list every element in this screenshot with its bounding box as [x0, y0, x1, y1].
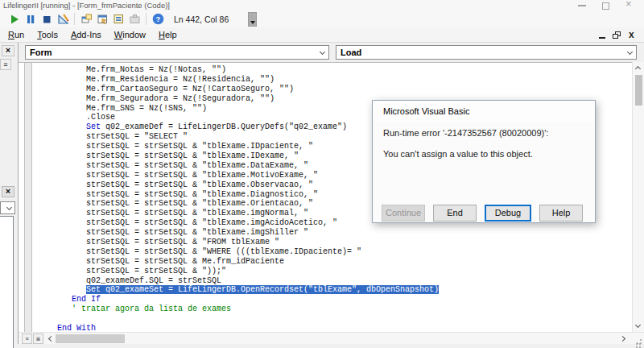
margin-indicator-bar: [24, 63, 32, 332]
close-icon: ×: [625, 0, 632, 10]
error-code-text: Run-time error '-2147352567 (80020009)':: [383, 128, 584, 138]
code-line: strSetSQL = strSetSQL & "tblExame.imgShi…: [38, 228, 631, 238]
chevron-down-icon: [6, 205, 12, 210]
toolbar-separator: [146, 13, 147, 25]
code-line: [38, 314, 631, 324]
help-button[interactable]: Help: [539, 205, 583, 222]
dialog-buttons: ContinueEndDebugHelp: [373, 205, 595, 222]
code-line: strSetSQL = strSetSQL & Me.frm_idPacient…: [38, 257, 631, 267]
scroll-up-icon[interactable]: [635, 66, 641, 72]
scroll-left-icon[interactable]: [48, 336, 54, 342]
vertical-scroll-thumb[interactable]: [635, 75, 642, 106]
svg-text:?: ?: [155, 14, 160, 23]
end-button[interactable]: End: [433, 205, 477, 222]
code-line: Me.frm_Notas = Nz(!Notas, ""): [38, 65, 631, 75]
continue-button: Continue: [382, 205, 425, 222]
horizontal-scrollbar[interactable]: ≡ ≣: [19, 332, 644, 344]
code-line-highlighted: Set q02_exameSet = LifeLingerDB.OpenReco…: [38, 285, 631, 295]
run-icon[interactable]: [6, 12, 23, 26]
window-title: LifelingerII [running] - [Form_frmPacien…: [3, 1, 170, 10]
maximize-button[interactable]: [596, 0, 617, 10]
resize-grip: [640, 339, 642, 341]
chevron-down-icon: [320, 49, 325, 55]
debug-button[interactable]: Debug: [485, 205, 531, 222]
mdi-close-icon: x: [629, 29, 634, 40]
toolbox-icon[interactable]: [126, 12, 142, 26]
horizontal-scroll-thumb[interactable]: [56, 334, 125, 343]
object-browser-icon[interactable]: [110, 12, 126, 26]
mdi-minimize-button[interactable]: [596, 30, 610, 41]
project-panel-split-button[interactable]: ≡: [0, 59, 11, 70]
dialog-title: Microsoft Visual Basic: [373, 101, 595, 122]
minimize-button[interactable]: [572, 0, 592, 10]
debug-toolbar: ? Ln 442, Col 86: [0, 10, 644, 27]
close-button[interactable]: ×: [620, 0, 641, 10]
design-mode-icon[interactable]: [55, 12, 71, 26]
procedure-dropdown-value: Load: [341, 48, 361, 57]
full-module-view-button[interactable]: ≣: [33, 334, 43, 344]
properties-object-dropdown[interactable]: [0, 201, 15, 214]
menu-add-ins[interactable]: Add-Ins: [64, 27, 108, 42]
menubar: RunToolsAdd-InsWindowHelp x: [0, 27, 644, 43]
mdi-restore-button[interactable]: [610, 30, 625, 41]
vertical-scrollbar[interactable]: [632, 62, 644, 332]
properties-panel-sliver: [0, 216, 14, 348]
code-line: strSetSQL = strSetSQL & "));": [38, 267, 631, 276]
chevron-down-icon: [627, 49, 633, 55]
procedure-dropdown[interactable]: Load: [336, 45, 637, 60]
object-dropdown[interactable]: Form: [25, 45, 329, 60]
properties-panel-close-button[interactable]: ×: [2, 186, 14, 197]
code-line: strSetSQL = strSetSQL & "WHERE (((tblExa…: [38, 247, 631, 257]
menu-help[interactable]: Help: [152, 27, 184, 42]
code-line: Me.frm_Residencia = Nz(!Residencia, ""): [38, 75, 631, 85]
vbe-window: LifelingerII [running] - [Form_frmPacien…: [0, 0, 644, 348]
project-panel-close-button[interactable]: ×: [2, 45, 14, 56]
help-icon[interactable]: ?: [150, 12, 166, 26]
code-line: End If: [38, 295, 631, 304]
break-icon[interactable]: [23, 12, 39, 26]
object-dropdown-value: Form: [30, 48, 52, 57]
toolbar-overflow-handle[interactable]: [248, 12, 257, 27]
menu-tools[interactable]: Tools: [31, 27, 64, 42]
properties-window-icon[interactable]: [94, 12, 110, 26]
mdi-close-button[interactable]: x: [626, 30, 641, 41]
mdi-minimize-icon: [599, 37, 605, 39]
scroll-down-icon[interactable]: [635, 322, 641, 328]
resize-grip[interactable]: [639, 343, 641, 345]
code-line: q02_exameDef.SQL = strSetSQL: [38, 276, 631, 286]
error-message-text: You can't assign a value to this object.: [383, 149, 584, 159]
combo-row: Form Load: [19, 43, 644, 62]
maximize-icon: [602, 2, 609, 10]
minimize-icon: [578, 5, 586, 6]
code-line: Me.frm_CartaoSeguro = Nz(!CartaoSeguro, …: [38, 85, 631, 94]
scroll-right-icon[interactable]: [620, 336, 625, 342]
menu-run[interactable]: Run: [2, 27, 31, 42]
reset-icon[interactable]: [39, 12, 55, 26]
project-explorer-icon[interactable]: [78, 12, 94, 26]
procedure-view-button[interactable]: ≡: [22, 334, 32, 344]
line-col-indicator: Ln 442, Col 86: [174, 14, 229, 24]
menu-window[interactable]: Window: [108, 27, 152, 42]
code-line: strSetSQL = strSetSQL & "FROM tblExame ": [38, 238, 631, 247]
window-titlebar: LifelingerII [running] - [Form_frmPacien…: [0, 0, 644, 10]
error-dialog: Microsoft Visual Basic Run-time error '-…: [372, 100, 596, 223]
toolbar-separator: [74, 13, 75, 25]
code-line: ' tratar agora da lista de exames: [38, 304, 631, 314]
code-line: End With: [38, 324, 631, 332]
